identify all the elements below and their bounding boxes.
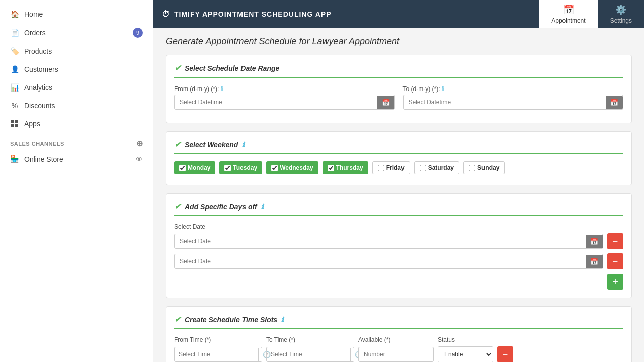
day-tuesday[interactable]: Tuesday: [219, 161, 262, 174]
to-date-info-icon[interactable]: ℹ: [442, 85, 444, 93]
from-time-input-1-wrap: 🕐: [174, 347, 262, 362]
sidebar-item-discounts[interactable]: % Discounts: [0, 97, 153, 115]
days-off-cal-button-1[interactable]: 📅: [586, 235, 603, 248]
from-date-input[interactable]: [175, 95, 377, 109]
to-date-input-wrap: 📅: [403, 95, 624, 110]
from-date-calendar-button[interactable]: 📅: [377, 96, 394, 109]
day-wednesday[interactable]: Wednesday: [266, 161, 318, 174]
to-time-input-1[interactable]: [267, 347, 350, 361]
tab-settings[interactable]: ⚙️ Settings: [598, 0, 644, 28]
to-date-calendar-button[interactable]: 📅: [606, 96, 623, 109]
sidebar-item-orders[interactable]: 📄 Orders 9: [0, 23, 153, 42]
customers-icon: 👤: [10, 65, 19, 74]
sidebar-item-label: Discounts: [24, 102, 143, 110]
to-time-col-header: To Time (*): [266, 336, 354, 343]
date-range-section: ✔ Select Schedule Date Range From (d-m-y…: [166, 55, 632, 123]
to-date-input[interactable]: [404, 95, 606, 109]
orders-icon: 📄: [10, 28, 19, 37]
check-icon: ✔: [174, 140, 181, 149]
timeslot-column-headers: From Time (*) To Time (*) Available (*) …: [174, 336, 623, 343]
sidebar-item-label: Customers: [24, 65, 143, 73]
date-range-header: ✔ Select Schedule Date Range: [174, 63, 623, 78]
tab-appointment[interactable]: 📅 Appointment: [539, 0, 597, 28]
time-slots-info-icon[interactable]: ℹ: [281, 316, 284, 323]
status-select-1[interactable]: Enable Disable: [438, 347, 493, 362]
day-monday[interactable]: Monday: [174, 161, 215, 174]
add-channel-icon[interactable]: ⊕: [136, 139, 143, 148]
time-slots-header: ✔ Create Schedule Time Slots ℹ: [174, 315, 623, 329]
from-date-group: From (d-m-y) (*): ℹ 📅: [174, 85, 395, 110]
analytics-icon: 📊: [10, 83, 19, 92]
day-thursday[interactable]: Thursday: [323, 161, 368, 174]
days-off-cal-button-2[interactable]: 📅: [586, 255, 603, 268]
sunday-checkbox[interactable]: [469, 165, 475, 171]
status-select-1-wrap: Enable Disable: [438, 346, 493, 362]
monday-checkbox[interactable]: [179, 165, 186, 171]
check-icon: ✔: [174, 315, 181, 324]
clock-icon: ⏱: [162, 10, 170, 19]
friday-label: Friday: [386, 164, 405, 171]
sidebar-item-label: Analytics: [24, 83, 143, 92]
svg-rect-2: [11, 124, 14, 127]
topbar-tabs: 📅 Appointment ⚙️ Settings: [539, 0, 644, 28]
sidebar-item-products[interactable]: 🏷️ Products: [0, 42, 153, 60]
day-friday[interactable]: Friday: [372, 161, 410, 174]
check-icon: ✔: [174, 202, 181, 211]
eye-icon[interactable]: 👁: [136, 155, 143, 163]
sidebar-item-customers[interactable]: 👤 Customers: [0, 60, 153, 78]
wednesday-checkbox[interactable]: [271, 165, 278, 171]
remove-day-off-button-2[interactable]: −: [607, 253, 623, 269]
friday-checkbox[interactable]: [378, 165, 384, 171]
weekend-info-icon[interactable]: ℹ: [242, 141, 245, 148]
timeslot-row-1: 🕐 🕐 Enable Disable −: [174, 346, 623, 362]
days-off-info-icon[interactable]: ℹ: [261, 203, 264, 210]
to-date-group: To (d-m-y) (*): ℹ 📅: [403, 85, 624, 110]
sidebar-item-analytics[interactable]: 📊 Analytics: [0, 78, 153, 97]
days-off-section: ✔ Add Specific Days off ℹ Select Date 📅 …: [166, 193, 632, 298]
topbar-title: ⏱ TIMIFY APPOINTMENT SCHEDULING APP: [162, 10, 539, 19]
svg-rect-1: [15, 120, 18, 123]
sidebar-item-label: Apps: [24, 120, 143, 128]
app-title: TIMIFY APPOINTMENT SCHEDULING APP: [174, 10, 332, 18]
tuesday-checkbox[interactable]: [224, 165, 231, 171]
available-col-header: Available (*): [358, 336, 434, 343]
days-off-input-2-wrap: 📅: [174, 254, 603, 269]
orders-badge: 9: [133, 28, 143, 38]
check-icon: ✔: [174, 63, 181, 73]
days-off-input-2[interactable]: [175, 254, 586, 268]
store-icon: 🏪: [10, 155, 19, 164]
add-day-off-button[interactable]: +: [607, 274, 623, 290]
available-input-1[interactable]: [358, 347, 434, 362]
days-off-row-1: 📅 −: [174, 233, 623, 249]
sidebar-item-online-store[interactable]: 🏪 Online Store 👁: [0, 150, 153, 168]
content-area: Generate Appointment Schedule for Lawyea…: [153, 28, 644, 362]
days-off-header: ✔ Add Specific Days off ℹ: [174, 202, 623, 216]
from-date-input-wrap: 📅: [174, 95, 395, 110]
to-date-label: To (d-m-y) (*): ℹ: [403, 85, 624, 93]
home-icon: 🏠: [10, 10, 19, 19]
appointment-tab-icon: 📅: [563, 4, 574, 15]
remove-day-off-button-1[interactable]: −: [607, 233, 623, 249]
wednesday-label: Wednesday: [280, 164, 313, 171]
sidebar-item-label: Orders: [24, 29, 128, 37]
from-time-input-1[interactable]: [175, 347, 258, 361]
days-off-input-1[interactable]: [175, 234, 586, 248]
sidebar-item-home[interactable]: 🏠 Home: [0, 5, 153, 23]
day-sunday[interactable]: Sunday: [463, 161, 505, 174]
sidebar-item-label: Products: [24, 47, 143, 55]
monday-label: Monday: [188, 164, 210, 171]
remove-timeslot-button-1[interactable]: −: [497, 346, 513, 362]
from-date-info-icon[interactable]: ℹ: [221, 85, 223, 93]
sales-channels-label: SALES CHANNELS ⊕: [0, 133, 153, 150]
sidebar: 🏠 Home 📄 Orders 9 🏷️ Products 👤 Customer…: [0, 0, 153, 362]
add-day-off-row: +: [174, 274, 623, 290]
saturday-label: Saturday: [428, 164, 454, 171]
date-range-title: Select Schedule Date Range: [185, 64, 279, 72]
day-saturday[interactable]: Saturday: [414, 161, 459, 174]
sidebar-item-apps[interactable]: Apps: [0, 115, 153, 133]
thursday-checkbox[interactable]: [328, 165, 334, 171]
products-icon: 🏷️: [10, 47, 19, 56]
saturday-checkbox[interactable]: [420, 165, 426, 171]
weekend-title: Select Weekend: [185, 141, 238, 149]
select-date-label: Select Date: [174, 223, 623, 230]
